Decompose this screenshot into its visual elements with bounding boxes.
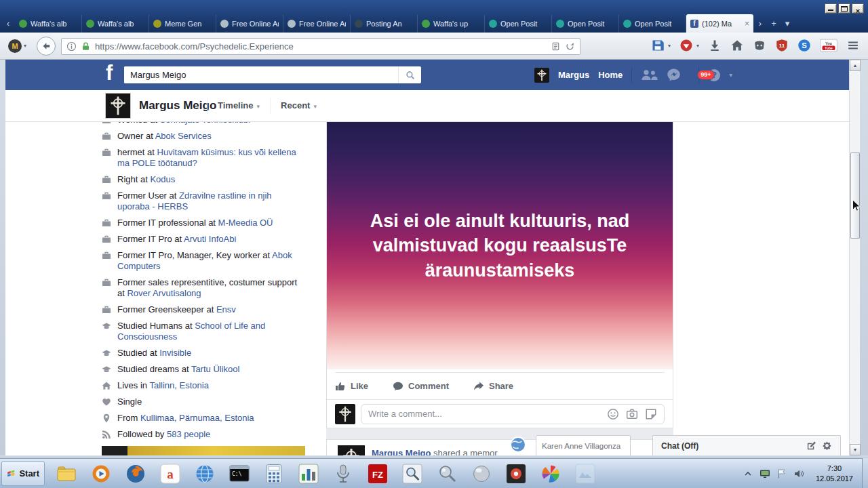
shield-badge-icon[interactable]: 11 (775, 39, 789, 52)
browser-tab[interactable]: Waffa's up (418, 15, 485, 33)
browser-tab[interactable]: Free Online An (283, 15, 351, 33)
nav-home-link[interactable]: Home (598, 70, 623, 80)
browser-tab[interactable]: Open Posit (552, 15, 619, 33)
about-link[interactable]: Invisible (159, 348, 191, 358)
dropdown-caret-icon[interactable]: ▾ (696, 43, 699, 49)
media-taskbar-icon[interactable] (83, 461, 118, 487)
about-link[interactable]: Arvuti InfoAbi (184, 234, 236, 244)
url-bar[interactable]: https://www.facebook.com/Psychedelic.Exp… (61, 38, 580, 55)
tray-volume-icon[interactable] (793, 468, 804, 479)
about-link[interactable]: Sõnnajate Tenniseklubi (160, 122, 250, 125)
maximize-button[interactable] (838, 3, 850, 14)
close-button[interactable]: × (852, 3, 864, 14)
tab-close-icon[interactable]: × (745, 19, 749, 28)
reader-mode-icon[interactable] (551, 41, 561, 52)
about-link[interactable]: Abok Services (155, 131, 212, 141)
addon-m-icon[interactable]: M (8, 39, 22, 53)
about-link[interactable]: M-Meedia OÜ (218, 218, 273, 228)
photos-strip[interactable] (102, 446, 305, 455)
facebook-search[interactable] (124, 66, 421, 83)
red-download-icon[interactable] (679, 39, 693, 52)
vertical-scrollbar[interactable]: ▲ ▼ (849, 60, 860, 455)
emoji-icon[interactable] (607, 408, 619, 420)
new-tab-button[interactable]: + (767, 15, 781, 33)
menu-icon[interactable] (846, 39, 860, 52)
comment-box[interactable] (361, 404, 665, 424)
all-tabs-caret-icon[interactable]: ▾ (781, 15, 794, 33)
save-icon[interactable] (651, 39, 665, 52)
about-link[interactable]: Kodus (150, 174, 175, 184)
explorer-taskbar-icon[interactable] (49, 461, 83, 487)
post-author-avatar[interactable] (338, 445, 365, 455)
nav-profile-link[interactable]: Margus (558, 70, 589, 80)
globe-taskbar-icon[interactable] (187, 461, 222, 487)
about-link[interactable]: Tartu Ülikool (191, 364, 240, 374)
search-button[interactable] (398, 66, 421, 83)
sphere-taskbar-icon[interactable] (464, 461, 498, 487)
mic-taskbar-icon[interactable] (326, 461, 360, 487)
chevron-up-icon[interactable] (743, 468, 753, 479)
browser-tab[interactable]: Posting An (351, 15, 418, 33)
tab-recent[interactable]: Recent▾ (270, 98, 327, 114)
start-button[interactable]: Start (1, 461, 45, 486)
addon-dropdown-caret-icon[interactable]: ▾ (24, 43, 26, 49)
home-toolbar-icon[interactable] (730, 39, 744, 52)
firefox-taskbar-icon[interactable] (118, 461, 153, 487)
s-badge-icon[interactable]: S (797, 39, 811, 52)
minimize-button[interactable] (825, 3, 837, 14)
tab-scroll-left-icon[interactable]: ‹ (1, 15, 15, 33)
tray-display-icon[interactable] (760, 468, 770, 479)
profile-avatar[interactable] (534, 68, 549, 83)
like-button[interactable]: Like (335, 381, 368, 392)
page-avatar[interactable] (105, 93, 131, 119)
about-link[interactable]: Tallinn, Estonia (149, 380, 208, 390)
browser-tab[interactable]: f(102) Ma× (686, 14, 753, 33)
calc-taskbar-icon[interactable] (256, 461, 291, 487)
youtube-icon[interactable]: YouTube (820, 39, 837, 52)
show-desktop-button[interactable] (862, 458, 868, 488)
post-image[interactable]: Asi ei ole ainult kultuuris, nad valmist… (327, 122, 673, 369)
about-link[interactable]: 583 people (167, 429, 210, 439)
chat-tab-friend[interactable]: Karen Anne Villagonza (536, 435, 631, 455)
download-arrow-icon[interactable] (708, 39, 722, 52)
dropdown-caret-icon[interactable]: ▾ (668, 43, 671, 49)
tab-timeline[interactable]: Timeline▾ (207, 98, 270, 114)
pinwheel-taskbar-icon[interactable] (533, 461, 568, 487)
tray-flag-icon[interactable] (776, 468, 787, 479)
comment-button[interactable]: Comment (393, 381, 449, 392)
scroll-down-icon[interactable]: ▼ (850, 444, 861, 455)
sticker-icon[interactable] (645, 408, 657, 420)
about-link[interactable]: Ensv (216, 304, 236, 314)
browser-tab[interactable]: Open Posit (485, 15, 552, 33)
info-icon[interactable] (66, 41, 77, 52)
tab-scroll-right-icon[interactable]: › (753, 15, 767, 33)
loupe-taskbar-icon[interactable] (429, 461, 464, 487)
about-link[interactable]: Kullimaa, Pärnumaa, Estonia (140, 413, 254, 423)
post-author-link[interactable]: Margus Meigo (372, 448, 431, 455)
browser-tab[interactable]: Meme Gen (149, 15, 216, 33)
camera-icon[interactable] (626, 408, 638, 420)
scroll-up-icon[interactable]: ▲ (850, 60, 861, 71)
comment-input[interactable] (368, 409, 600, 419)
browser-tab[interactable]: Waffa's alb (82, 15, 149, 33)
search-input[interactable] (124, 66, 398, 83)
taskbar-clock[interactable]: 7:30 12.05.2017 (816, 464, 853, 484)
browser-tab[interactable]: Open Posit (619, 15, 686, 33)
search-taskbar-icon[interactable] (395, 461, 429, 487)
scrollbar-thumb[interactable] (850, 152, 860, 239)
about-link[interactable]: Rover Arvutisalong (127, 288, 201, 298)
terminal-taskbar-icon[interactable]: C:\ (222, 461, 256, 487)
gear-icon[interactable] (822, 441, 832, 451)
photo-taskbar-icon[interactable] (498, 461, 533, 487)
share-button[interactable]: Share (473, 381, 513, 392)
friend-requests-icon[interactable] (641, 69, 658, 81)
messenger-icon[interactable] (667, 68, 681, 82)
browser-tab[interactable]: Waffa's alb (15, 15, 82, 33)
globe-button[interactable] (509, 436, 527, 453)
a-taskbar-icon[interactable]: a (153, 461, 187, 487)
back-button[interactable] (37, 37, 56, 56)
mask-icon[interactable] (753, 39, 766, 52)
compose-icon[interactable] (806, 441, 816, 451)
chart-taskbar-icon[interactable] (291, 461, 326, 487)
filezilla-taskbar-icon[interactable]: FZ (360, 461, 395, 487)
